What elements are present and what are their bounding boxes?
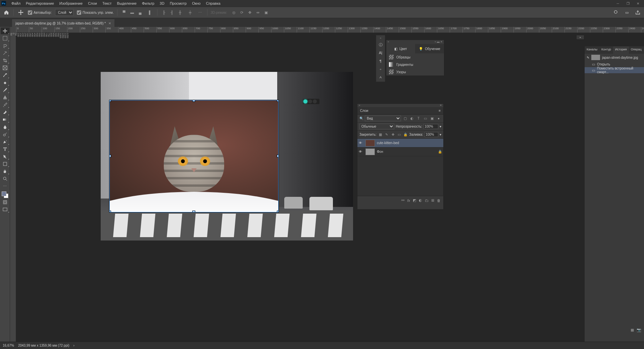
layer-filter-kind[interactable]: Вид [365,116,401,121]
blend-mode-select[interactable]: Обычные [359,124,394,129]
close-window-button[interactable]: ✕ [633,0,643,6]
align-vcenter-icon[interactable]: ▬ [129,9,136,15]
crop-tool[interactable] [1,57,9,64]
eyedropper-tool[interactable] [1,72,9,79]
maximize-button[interactable]: ❐ [623,0,633,6]
lock-all-icon[interactable]: 🔒 [403,132,408,137]
actions-tab[interactable]: Операц [629,46,644,54]
opacity-value[interactable]: 100% [424,124,438,129]
mask-icon[interactable]: ◩ [413,198,416,203]
transform-handle[interactable] [193,100,195,101]
quickmask-tool[interactable] [1,199,9,206]
transform-handle[interactable] [277,100,279,101]
transform-handle[interactable] [109,155,111,157]
menu-filter[interactable]: Фильтр [139,0,157,6]
link-icon[interactable]: ⚯ [401,198,404,203]
history-step[interactable]: ▭ Поместить встроенный смарт... [585,67,644,73]
menu-window[interactable]: Окно [189,0,203,6]
ruler-horizontal[interactable]: 0501001502002503003504004505005506006507… [16,27,644,33]
zoom-tool[interactable] [1,175,9,182]
move-tool-icon[interactable] [17,9,24,16]
dist-v-icon[interactable]: ╪ [187,9,194,15]
transform-handle[interactable] [109,211,111,212]
stamp-tool[interactable] [1,94,9,101]
3d-orbit-icon[interactable]: ◎ [231,9,237,15]
camera-icon[interactable]: 📷 [637,328,641,332]
search-icon[interactable] [612,9,620,16]
transform-handle[interactable] [109,100,111,101]
frame-tool[interactable] [1,64,9,71]
hand-tool[interactable] [1,168,9,175]
auto-select-checkbox[interactable]: Автовыбор: [28,10,52,15]
edit-toolbar[interactable]: ⋯ [1,183,9,189]
char-panel-icon[interactable]: A| [377,50,384,56]
menu-3d[interactable]: 3D [157,0,167,6]
panel-menu-icon[interactable]: ≡ [439,109,441,113]
gradient-tool[interactable] [1,116,9,123]
move-tool[interactable] [1,28,9,34]
marquee-tool[interactable] [1,35,9,42]
align-left-icon[interactable]: ▌ [147,9,154,15]
transform-handle[interactable] [277,155,279,157]
adjustment-icon[interactable]: ◐ [419,198,422,203]
menu-layers[interactable]: Слои [85,0,100,6]
filter-adjust-icon[interactable]: ◐ [409,116,414,121]
align-top-icon[interactable]: ▀ [121,9,128,15]
close-tab-icon[interactable]: ✕ [108,21,111,25]
filter-pixel-icon[interactable]: ▢ [402,116,408,121]
filter-toggle-icon[interactable]: ● [436,116,441,121]
canvas[interactable]: 0501001502002503003504004505005506006507… [10,27,644,342]
visibility-icon[interactable]: 👁 [359,150,363,154]
chevron-right-icon[interactable]: › [73,344,75,347]
auto-select-input[interactable] [28,10,32,15]
para-panel-icon[interactable]: ¶ [377,58,384,64]
history-brush-tool[interactable] [1,101,9,108]
new-layer-icon[interactable]: ⊞ [431,198,434,203]
3d-roll-icon[interactable]: ⟳ [239,9,245,15]
dist-h3-icon[interactable]: ╫ [177,9,184,15]
3d-camera-icon[interactable]: ▣ [263,9,269,15]
gradients-row[interactable]: Градиенты [386,61,444,68]
pen-tool[interactable] [1,138,9,145]
shape-tool[interactable] [1,161,9,167]
trash-icon[interactable]: 🗑 [437,199,441,203]
learn-tab[interactable]: 💡 Обучение [415,44,444,53]
lock-artboard-icon[interactable]: ▭ [397,132,402,137]
show-transform-checkbox[interactable]: Показать упр. элем. [77,10,114,15]
home-icon[interactable] [3,9,10,16]
lasso-tool[interactable] [1,42,9,49]
zoom-level[interactable]: 16,67% [3,344,14,347]
menu-view[interactable]: Просмотр [167,0,189,6]
fill-value[interactable]: 100% [425,132,438,137]
menu-file[interactable]: Файл [9,0,23,6]
align-bottom-icon[interactable]: ▄ [137,9,144,15]
brush-tool[interactable] [1,87,9,93]
channels-tab[interactable]: Каналы [585,46,599,54]
layer-thumbnail[interactable] [365,148,375,155]
layer-thumbnail[interactable] [365,140,375,146]
screenmode-tool[interactable] [1,206,9,213]
glyph-panel-icon[interactable]: ▫ [377,66,384,72]
history-snapshot[interactable]: ✎ japan-street-daytime.jpg [585,54,644,61]
minimize-button[interactable]: ─ [613,0,623,6]
menu-edit[interactable]: Редактирование [23,0,57,6]
eraser-tool[interactable] [1,109,9,116]
lock-position-icon[interactable]: ✥ [390,132,395,137]
blur-tool[interactable] [1,124,9,130]
layer-name[interactable]: Фон [377,150,383,154]
dist-h2-icon[interactable]: ╢ [169,9,176,15]
show-transform-input[interactable] [77,10,81,15]
type-tool[interactable] [1,146,9,152]
dodge-tool[interactable] [1,131,9,138]
layer-name[interactable]: cute-kitten-bed [377,141,399,145]
3d-slide-icon[interactable]: ⇔ [255,9,261,15]
transform-handle[interactable] [277,211,279,212]
menu-image[interactable]: Изображение [57,0,85,6]
doc-info[interactable]: 2043,99 мм x 1359,96 мм (72 ppi) [18,344,69,347]
layer-row[interactable]: 👁 Фон 🔒 [357,147,443,156]
patterns-row[interactable]: Узоры [386,68,444,76]
filter-shape-icon[interactable]: ▭ [423,116,428,121]
history-tab[interactable]: История [613,46,629,54]
filter-type-icon[interactable]: T [416,116,421,121]
ruler-vertical[interactable]: 5005010015020025030035040045050055060065… [10,33,16,342]
